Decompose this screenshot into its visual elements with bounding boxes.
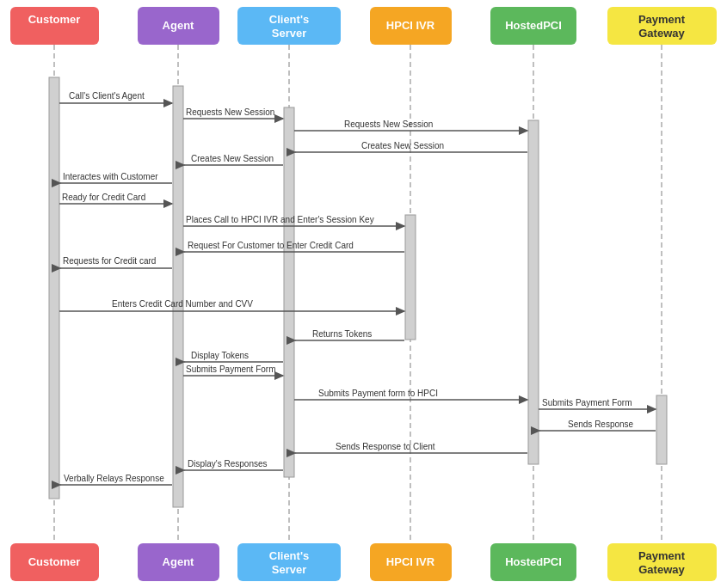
svg-text:HostedPCI: HostedPCI	[505, 555, 562, 568]
svg-text:Verbally Relays Response: Verbally Relays Response	[64, 474, 164, 483]
svg-text:Server: Server	[272, 563, 306, 576]
svg-text:Submits Payment form to HPCI: Submits Payment form to HPCI	[318, 389, 438, 398]
svg-rect-39	[656, 395, 667, 464]
svg-rect-36	[284, 107, 294, 477]
svg-text:Customer: Customer	[28, 555, 81, 568]
svg-rect-38	[528, 120, 539, 464]
svg-text:Creates New Session: Creates New Session	[361, 141, 444, 150]
svg-text:HPCI IVR: HPCI IVR	[386, 555, 435, 568]
svg-text:Payment: Payment	[638, 13, 686, 26]
svg-text:Enters Credit Card Number and : Enters Credit Card Number and CVV	[112, 299, 253, 309]
svg-text:HPCI IVR: HPCI IVR	[386, 19, 435, 32]
svg-text:Interactes with Customer: Interactes with Customer	[63, 172, 158, 181]
svg-text:Payment: Payment	[638, 549, 686, 562]
svg-text:Call's Client's Agent: Call's Client's Agent	[69, 91, 145, 101]
svg-text:Agent: Agent	[163, 555, 195, 568]
svg-text:Client's: Client's	[269, 13, 309, 26]
svg-text:Sends Response to Client: Sends Response to Client	[336, 442, 435, 451]
svg-text:Display's Responses: Display's Responses	[188, 459, 268, 469]
svg-text:Request For Customer to Enter : Request For Customer to Enter Credit Car…	[188, 241, 354, 250]
svg-text:HostedPCI: HostedPCI	[505, 19, 562, 32]
svg-text:Agent: Agent	[163, 19, 195, 32]
svg-text:Ready for Credit Card: Ready for Credit Card	[62, 193, 145, 202]
svg-text:Requests New Session: Requests New Session	[186, 107, 274, 117]
diagram-svg: Customer Agent Client's Server HPCI IVR …	[0, 0, 727, 588]
svg-text:Client's: Client's	[269, 549, 309, 562]
sequence-diagram: Customer Agent Client's Server HPCI IVR …	[0, 0, 727, 588]
svg-text:Requests New Session: Requests New Session	[344, 119, 433, 129]
svg-text:Submits Payment Form: Submits Payment Form	[542, 398, 632, 407]
svg-rect-34	[49, 77, 59, 499]
svg-text:Submits Payment Form: Submits Payment Form	[186, 364, 275, 374]
svg-text:Requests for Credit card: Requests for Credit card	[63, 256, 156, 266]
svg-text:Returns Tokens: Returns Tokens	[312, 329, 372, 339]
svg-text:Customer: Customer	[28, 13, 81, 26]
svg-text:Display Tokens: Display Tokens	[191, 351, 249, 360]
svg-text:Sends Response: Sends Response	[568, 420, 634, 429]
svg-text:Creates New Session: Creates New Session	[191, 154, 274, 163]
svg-text:Places Call to HPCI IVR and En: Places Call to HPCI IVR and Enter's Sess…	[186, 215, 374, 224]
svg-rect-37	[405, 215, 416, 340]
svg-rect-35	[173, 86, 183, 507]
svg-text:Server: Server	[272, 27, 306, 40]
svg-text:Gateway: Gateway	[638, 563, 685, 576]
svg-text:Gateway: Gateway	[638, 27, 685, 40]
